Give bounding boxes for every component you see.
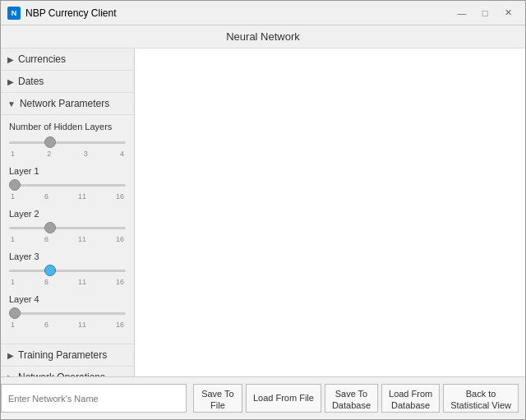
title-bar: N NBP Currency Client — □ ✕ [1,1,525,25]
sidebar-item-network-params[interactable]: Network Parameters [1,93,134,115]
main-content: Currencies Dates Network Parameters Numb… [1,48,525,376]
back-to-statistical-button[interactable]: Back to Statistical View [443,384,519,413]
title-bar-text: NBP Currency Client [25,7,451,19]
save-to-database-button[interactable]: Save To Database [325,384,378,413]
app-icon: N [7,7,21,20]
layer3-slider[interactable] [9,270,126,272]
hidden-layers-slider[interactable] [9,141,126,144]
sidebar-item-network-ops[interactable]: Network Operations [1,367,134,376]
main-window: N NBP Currency Client — □ ✕ Neural Netwo… [0,0,526,420]
neural-network-canvas [135,48,525,376]
dates-label: Dates [18,76,44,87]
minimize-button[interactable]: — [451,5,473,21]
sidebar: Currencies Dates Network Parameters Numb… [1,48,135,376]
window-controls: — □ ✕ [451,5,519,21]
layer2-slider-container: 1 6 11 16 [9,220,126,243]
bottom-bar: Save To File Load From File Save To Data… [1,376,525,419]
network-params-content: Number of Hidden Layers 1 2 3 4 Layer 1 [1,115,134,344]
layer1-slider-container: 1 6 11 16 [9,178,126,201]
training-params-label: Training Parameters [18,349,107,361]
layer2-slider[interactable] [9,227,126,229]
network-name-input[interactable] [1,384,187,413]
dates-arrow-icon [7,77,14,86]
layer4-slider-container: 1 6 11 16 [9,306,126,329]
sidebar-item-training-params[interactable]: Training Parameters [1,344,134,367]
save-to-file-button[interactable]: Save To File [193,384,242,413]
maximize-button[interactable]: □ [474,5,496,21]
currencies-arrow-icon [7,55,14,64]
layer2-label: Layer 2 [9,209,126,219]
close-button[interactable]: ✕ [497,5,519,21]
layer4-label: Layer 4 [9,294,126,304]
hidden-layers-ticks: 1 2 3 4 [9,150,126,158]
hidden-layers-slider-container: 1 2 3 4 [9,135,126,158]
load-from-file-button[interactable]: Load From File [246,384,321,413]
layer3-slider-container: 1 6 11 16 [9,263,126,286]
hidden-layers-label: Number of Hidden Layers [9,122,126,132]
sidebar-item-currencies[interactable]: Currencies [1,48,134,71]
layer1-slider[interactable] [9,184,126,187]
currencies-label: Currencies [18,53,66,65]
load-from-database-button[interactable]: Load From Database [381,384,440,413]
layer3-label: Layer 3 [9,252,126,261]
network-params-arrow-icon [7,99,16,108]
sidebar-item-dates[interactable]: Dates [1,71,134,93]
layer1-ticks: 1 6 11 16 [9,192,126,201]
layer4-slider[interactable] [9,312,126,315]
network-params-label: Network Parameters [20,98,109,109]
training-params-arrow-icon [7,351,14,360]
layer2-ticks: 1 6 11 16 [9,235,126,243]
layer4-ticks: 1 6 11 16 [9,321,126,329]
right-panel [135,48,525,376]
layer1-label: Layer 1 [9,166,126,176]
layer3-ticks: 1 6 11 16 [9,278,126,286]
content-title: Neural Network [1,25,525,48]
